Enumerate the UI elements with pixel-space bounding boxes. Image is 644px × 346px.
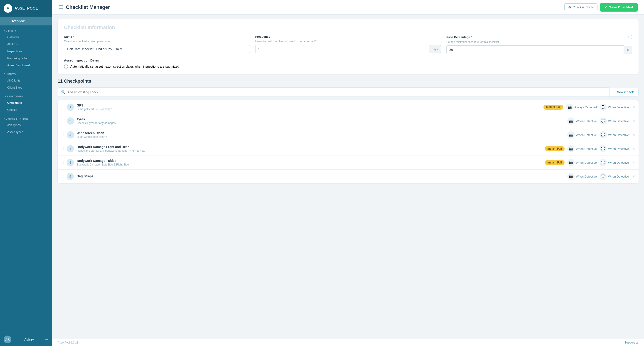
comment-action-group: 💬 When Defective xyxy=(600,145,629,152)
pass-suffix: % xyxy=(624,46,632,54)
sidebar-footer: AR Ashley → xyxy=(0,332,52,346)
sidebar-item-clientsites[interactable]: Client Sites xyxy=(0,84,52,91)
checkpoint-info: Bodywork Damage Front and Rear Inspect t… xyxy=(77,145,542,152)
topbar: ☰ Checklist Manager ⚙ Checklist Tools ✓ … xyxy=(52,0,644,15)
form-row-main: Name * Give your checklist a descriptive… xyxy=(64,35,632,54)
instant-fail-badge: Instant Fail xyxy=(545,146,564,151)
drag-handle-icon[interactable]: ⠿ xyxy=(61,133,64,137)
name-required: * xyxy=(73,35,74,38)
checkpoint-info: Bodywork Damage - sides Bodywork Damage … xyxy=(77,159,542,166)
checkpoint-desc: Is the windscreen clean? xyxy=(77,135,542,139)
checkpoint-name: GPS xyxy=(77,104,541,107)
comment-icon[interactable]: 💬 xyxy=(600,117,607,125)
checkpoint-name: Windscreen Clean xyxy=(77,131,542,135)
comment-label: When Defective xyxy=(608,133,629,137)
photo-action-group: 📷 When Defective xyxy=(567,145,597,152)
sidebar-item-recurring[interactable]: Recurring Jobs xyxy=(0,55,52,62)
checkpoints-title: 11 Checkpoints xyxy=(58,79,638,84)
frequency-hint: How often will this checklist need to be… xyxy=(255,40,441,43)
camera-icon[interactable]: 📷 xyxy=(567,131,574,139)
delete-icon[interactable]: × xyxy=(632,133,635,137)
auto-set-radio[interactable] xyxy=(64,65,68,69)
sidebar-item-asset-dashboard[interactable]: Asset Dashboard xyxy=(0,62,52,69)
sidebar-item-allclients[interactable]: All Clients xyxy=(0,77,52,84)
camera-icon[interactable]: 📷 xyxy=(566,104,573,111)
auto-set-label: Automatically set asset next-inspection … xyxy=(70,65,179,68)
drag-handle-icon[interactable]: ⠿ xyxy=(61,147,64,151)
camera-icon[interactable]: 📷 xyxy=(567,159,574,166)
delete-icon[interactable]: × xyxy=(632,105,635,110)
photo-action-group: 📷 When Defective xyxy=(567,159,597,166)
checkpoint-info: GPS Is the golf cart GPS working? xyxy=(77,104,541,111)
section-label-admin: ADMINISTRATION xyxy=(0,113,52,122)
checklist-icon: ☰ xyxy=(58,4,63,10)
photo-label: Always Required xyxy=(574,106,597,109)
section-label-clients: CLIENTS xyxy=(0,69,52,77)
pass-hint: Set the minimum pass rate for this check… xyxy=(446,41,632,44)
pass-label: Pass Percentage * i xyxy=(446,35,632,39)
checkpoint-info: Windscreen Clean Is the windscreen clean… xyxy=(77,131,542,139)
sidebar-logo[interactable]: A ASSETPOOL xyxy=(0,0,52,17)
sidebar-item-calendar[interactable]: Calendar xyxy=(0,34,52,41)
camera-icon[interactable]: 📷 xyxy=(567,117,574,125)
drag-handle-icon[interactable]: ⠿ xyxy=(61,174,64,179)
table-row: ⠿ 6 Bag Straps 📷 When Defective 💬 When D… xyxy=(58,170,638,183)
comment-label: When Defective xyxy=(608,161,629,164)
section-label-inspections: INSPECTIONS xyxy=(0,91,52,99)
camera-icon[interactable]: 📷 xyxy=(567,173,574,180)
table-row: ⠿ 5 Bodywork Damage - sides Bodywork Dam… xyxy=(58,156,638,170)
comment-action-group: 💬 When Defective xyxy=(600,159,629,166)
comment-icon[interactable]: 💬 xyxy=(600,131,607,139)
drag-handle-icon[interactable]: ⠿ xyxy=(61,161,64,165)
pass-input[interactable] xyxy=(446,45,624,54)
name-input[interactable] xyxy=(64,45,250,53)
avatar: AR xyxy=(4,335,11,343)
search-input[interactable] xyxy=(68,90,606,94)
comment-icon[interactable]: 💬 xyxy=(600,173,607,180)
camera-icon[interactable]: 📷 xyxy=(567,145,574,152)
delete-icon[interactable]: × xyxy=(632,119,635,124)
checklist-tools-button[interactable]: ⚙ Checklist Tools xyxy=(564,4,598,11)
checkpoint-number: 6 xyxy=(67,173,74,180)
checkpoint-table: ⠿ 1 GPS Is the golf cart GPS working? In… xyxy=(58,100,638,183)
topbar-actions: ⚙ Checklist Tools ✓ Save Checklist xyxy=(564,3,638,12)
comment-label: When Defective xyxy=(608,106,629,109)
comment-icon[interactable]: 💬 xyxy=(600,159,607,166)
support-link[interactable]: Support ▲ xyxy=(624,341,638,344)
frequency-group: Frequency How often will this checklist … xyxy=(255,35,441,53)
comment-icon[interactable]: 💬 xyxy=(600,145,607,152)
delete-icon[interactable]: × xyxy=(632,174,635,179)
app-name: ASSETPOOL xyxy=(14,6,38,11)
save-checklist-button[interactable]: ✓ Save Checklist xyxy=(600,3,638,12)
comment-label: When Defective xyxy=(608,147,629,151)
checkpoint-info: Bag Straps xyxy=(77,174,542,178)
photo-action-group: 📷 When Defective xyxy=(567,173,597,180)
comment-icon[interactable]: 💬 xyxy=(600,104,607,111)
frequency-label: Frequency xyxy=(255,35,441,38)
comment-action-group: 💬 When Defective xyxy=(600,173,629,180)
sidebar-item-inspections[interactable]: Inspections xyxy=(0,48,52,55)
section-ghost-title: Checklist Information xyxy=(64,25,632,31)
search-add-row: 🔍 + New Check xyxy=(58,87,638,97)
checkpoint-desc: Inspect the cart for any bodywork damage… xyxy=(77,149,542,152)
delete-icon[interactable]: × xyxy=(632,160,635,165)
delete-icon[interactable]: × xyxy=(632,146,635,151)
check-icon: ✓ xyxy=(605,5,608,9)
drag-handle-icon[interactable]: ⠿ xyxy=(61,105,64,109)
photo-label: When Defective xyxy=(576,161,597,164)
new-check-button[interactable]: + New Check xyxy=(610,88,638,97)
comment-action-group: 💬 When Defective xyxy=(600,117,629,125)
asset-dates-label: Asset Inspection Dates xyxy=(64,59,632,62)
pass-required: * xyxy=(471,36,472,39)
sidebar-item-assettypes[interactable]: Asset Types xyxy=(0,129,52,136)
sidebar-item-overview[interactable]: ⌂ Overview xyxy=(0,17,52,26)
frequency-input[interactable] xyxy=(255,45,429,53)
footer-version: AssetPool 1.2.23 xyxy=(58,341,78,344)
sidebar-item-alljobs[interactable]: All Jobs xyxy=(0,41,52,48)
drag-handle-icon[interactable]: ⠿ xyxy=(61,119,64,123)
logout-icon[interactable]: → xyxy=(44,337,48,342)
sidebar-item-jobtypes[interactable]: Job Types xyxy=(0,122,52,129)
checkpoint-desc: Check all tyres for any damages xyxy=(77,122,542,125)
sidebar-item-checks[interactable]: Checks xyxy=(0,106,52,113)
sidebar-item-checklists[interactable]: Checklists xyxy=(0,99,52,106)
